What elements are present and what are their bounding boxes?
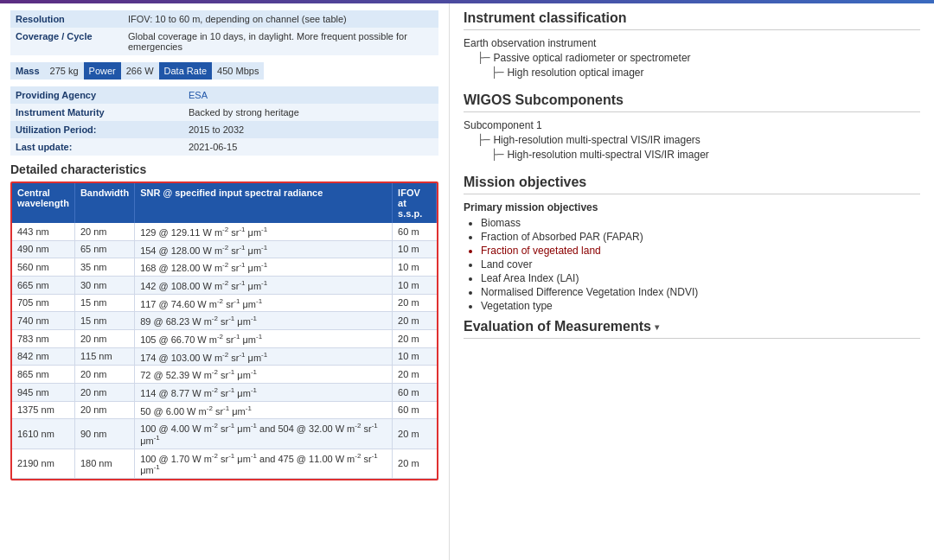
cell-bandwidth: 15 nm	[74, 312, 134, 330]
list-item: Vegetation type	[481, 300, 920, 312]
mass-label: Mass	[10, 62, 45, 80]
instrument-maturity-value: Backed by strong heritage	[183, 104, 438, 121]
cell-ifov: 60 m	[393, 383, 437, 401]
table-row: 2190 nm180 nm100 @ 1.70 W m-2 sr-1 μm-1 …	[12, 449, 437, 478]
last-update-label: Last update:	[10, 138, 183, 156]
cell-bandwidth: 90 nm	[74, 419, 134, 449]
datarate-label: Data Rate	[159, 62, 213, 80]
cell-ifov: 10 m	[393, 276, 437, 294]
table-row: Instrument Maturity Backed by strong her…	[10, 104, 438, 121]
cell-wavelength: 865 nm	[12, 366, 74, 384]
cell-bandwidth: 65 nm	[74, 240, 134, 258]
table-row: 705 nm15 nm117 @ 74.60 W m-2 sr-1 μm-120…	[12, 294, 437, 312]
cell-snr: 89 @ 68.23 W m-2 sr-1 μm-1	[135, 312, 393, 330]
primary-objectives-label: Primary mission objectives	[464, 201, 920, 213]
tree-item-label: Subcomponent 1	[464, 119, 542, 131]
tree-item-label: High resolution optical imager	[507, 67, 643, 79]
cell-snr: 174 @ 103.00 W m-2 sr-1 μm-1	[135, 347, 393, 366]
power-value: 266 W	[121, 62, 159, 80]
header-ifov: IFOV ats.s.p.	[393, 183, 437, 223]
tree-item-label: Earth observation instrument	[464, 37, 596, 49]
table-row: Providing Agency ESA	[10, 86, 438, 104]
list-item: Normalised Difference Vegetation Index (…	[481, 286, 920, 298]
cell-wavelength: 705 nm	[12, 294, 74, 312]
detail-table: Centralwavelength Bandwidth SNR @ specif…	[12, 183, 437, 479]
tree-branch-icon: ├─	[491, 67, 503, 79]
providing-agency-value: ESA	[183, 86, 438, 104]
header-wavelength: Centralwavelength	[12, 183, 74, 223]
cell-snr: 100 @ 4.00 W m-2 sr-1 μm-1 and 504 @ 32.…	[135, 419, 393, 449]
table-header-row: Centralwavelength Bandwidth SNR @ specif…	[12, 183, 437, 223]
agency-table: Providing Agency ESA Instrument Maturity…	[10, 86, 438, 156]
cell-snr: 142 @ 108.00 W m-2 sr-1 μm-1	[135, 276, 393, 294]
cell-wavelength: 740 nm	[12, 312, 74, 330]
top-bar	[0, 0, 934, 3]
label-coverage: Coverage / Cycle	[10, 28, 123, 55]
cell-bandwidth: 180 nm	[74, 449, 134, 478]
header-bandwidth: Bandwidth	[74, 183, 134, 223]
table-row: 865 nm20 nm72 @ 52.39 W m-2 sr-1 μm-120 …	[12, 366, 437, 384]
cell-ifov: 10 m	[393, 240, 437, 258]
wigos-title: WIGOS Subcomponents	[464, 92, 920, 112]
mass-value: 275 kg	[45, 62, 84, 80]
cell-snr: 114 @ 8.77 W m-2 sr-1 μm-1	[135, 383, 393, 401]
tree-item: ├─High-resolution multi-spectral VIS/IR …	[491, 149, 920, 161]
cell-ifov: 20 m	[393, 294, 437, 312]
cell-bandwidth: 20 nm	[74, 329, 134, 347]
header-snr: SNR @ specified input spectral radiance	[135, 183, 393, 223]
cell-bandwidth: 20 nm	[74, 401, 134, 419]
tree-item: ├─High-resolution multi-spectral VIS/IR …	[477, 134, 920, 146]
cell-ifov: 20 m	[393, 419, 437, 449]
objectives-list: BiomassFraction of Absorbed PAR (FAPAR)F…	[481, 217, 920, 312]
tree-item: ├─Passive optical radiometer or spectrom…	[477, 52, 920, 64]
table-row: 665 nm30 nm142 @ 108.00 W m-2 sr-1 μm-11…	[12, 276, 437, 294]
cell-ifov: 20 m	[393, 449, 437, 478]
cell-snr: 100 @ 1.70 W m-2 sr-1 μm-1 and 475 @ 11.…	[135, 449, 393, 478]
tree-branch-icon: ├─	[491, 149, 503, 161]
cell-wavelength: 665 nm	[12, 276, 74, 294]
table-row: 740 nm15 nm89 @ 68.23 W m-2 sr-1 μm-120 …	[12, 312, 437, 330]
utilization-period-value: 2015 to 2032	[183, 121, 438, 138]
left-panel: Resolution IFOV: 10 to 60 m, depending o…	[0, 3, 450, 560]
table-row: 1375 nm20 nm50 @ 6.00 W m-2 sr-1 μm-160 …	[12, 401, 437, 419]
mission-title: Mission objectives	[464, 175, 920, 194]
tree-item-label: High-resolution multi-spectral VIS/IR im…	[493, 134, 700, 146]
cell-ifov: 10 m	[393, 347, 437, 366]
cell-bandwidth: 35 nm	[74, 258, 134, 277]
info-table: Resolution IFOV: 10 to 60 m, depending o…	[10, 10, 438, 55]
eval-title-text: Evaluation of Measurements	[464, 319, 651, 334]
cell-wavelength: 490 nm	[12, 240, 74, 258]
cell-snr: 105 @ 66.70 W m-2 sr-1 μm-1	[135, 329, 393, 347]
cell-bandwidth: 20 nm	[74, 223, 134, 240]
cell-bandwidth: 15 nm	[74, 294, 134, 312]
table-row: 945 nm20 nm114 @ 8.77 W m-2 sr-1 μm-160 …	[12, 383, 437, 401]
value-resolution: IFOV: 10 to 60 m, depending on channel (…	[123, 10, 438, 28]
tree-item: Subcomponent 1	[464, 119, 920, 131]
list-item: Leaf Area Index (LAI)	[481, 272, 920, 284]
cell-snr: 154 @ 128.00 W m-2 sr-1 μm-1	[135, 240, 393, 258]
cell-ifov: 60 m	[393, 401, 437, 419]
chevron-down-icon: ▾	[655, 322, 659, 332]
tree-branch-icon: ├─	[477, 52, 489, 64]
cell-snr: 129 @ 129.11 W m-2 sr-1 μm-1	[135, 223, 393, 240]
instrument-maturity-label: Instrument Maturity	[10, 104, 183, 121]
cell-wavelength: 842 nm	[12, 347, 74, 366]
cell-wavelength: 1610 nm	[12, 419, 74, 449]
table-row: 842 nm115 nm174 @ 103.00 W m-2 sr-1 μm-1…	[12, 347, 437, 366]
cell-snr: 72 @ 52.39 W m-2 sr-1 μm-1	[135, 366, 393, 384]
last-update-value: 2021-06-15	[183, 138, 438, 156]
table-row: Coverage / Cycle Global coverage in 10 d…	[10, 28, 438, 55]
instrument-classification-title: Instrument classification	[464, 10, 920, 30]
datarate-value: 450 Mbps	[212, 62, 264, 80]
tree-item-label: Passive optical radiometer or spectromet…	[493, 52, 690, 64]
table-row: 443 nm20 nm129 @ 129.11 W m-2 sr-1 μm-16…	[12, 223, 437, 240]
esa-link[interactable]: ESA	[189, 90, 208, 100]
cell-bandwidth: 20 nm	[74, 383, 134, 401]
right-panel: Instrument classification Earth observat…	[450, 3, 934, 560]
cell-snr: 117 @ 74.60 W m-2 sr-1 μm-1	[135, 294, 393, 312]
list-item: Land cover	[481, 258, 920, 270]
detailed-characteristics-title: Detailed characteristics	[10, 162, 438, 176]
cell-wavelength: 945 nm	[12, 383, 74, 401]
eval-title[interactable]: Evaluation of Measurements ▾	[464, 319, 920, 339]
cell-wavelength: 783 nm	[12, 329, 74, 347]
